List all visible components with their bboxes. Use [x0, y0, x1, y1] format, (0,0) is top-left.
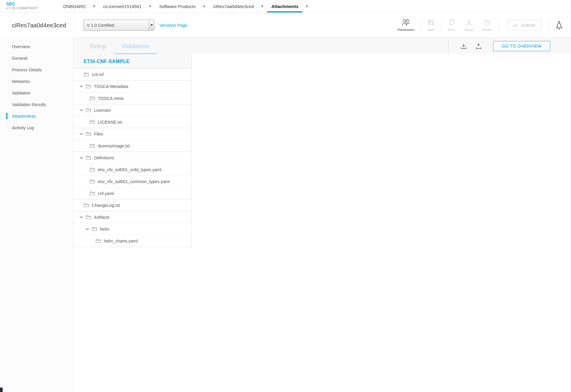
folder-icon — [90, 179, 95, 184]
tree-row-changelog-txt[interactable]: ChangeLog.txt — [73, 199, 192, 211]
save-label: Save — [427, 28, 435, 32]
version-select-value: V 1.0 Certified — [87, 23, 114, 28]
sidebar-item-activity-log[interactable]: Activity Log — [0, 122, 73, 133]
go-to-overview-button[interactable]: GO TO OVERVIEW — [493, 41, 550, 51]
tree-row-dummyimage-txt[interactable]: dummyImage.txt — [73, 140, 192, 152]
preview-empty-area — [192, 54, 571, 392]
page: SDC v.1.16.2-SNAPSHOT ONBOARDciLicense01… — [0, 0, 571, 392]
folder-icon — [86, 108, 91, 112]
save-button[interactable]: Save — [423, 19, 439, 32]
body-row: ETSI-CNF-SAMPLE cnf.mfTOSCA-MetadataTOSC… — [73, 54, 571, 392]
chevron-right-icon — [150, 0, 151, 12]
check-icon — [514, 23, 518, 28]
upload-icon[interactable] — [471, 43, 486, 49]
share-icon — [465, 19, 473, 27]
tree-item-label: etsi_nfv_sol001_vnfd_types.yaml — [98, 167, 161, 172]
tree-row-licenses[interactable]: Licenses — [73, 104, 192, 116]
tree-row-cnf-yaml[interactable]: cnf.yaml — [73, 187, 192, 199]
revert-button[interactable]: Revert — [478, 19, 496, 32]
divider — [549, 19, 549, 32]
tree-item-label: cnf.yaml — [98, 191, 114, 196]
tree-item-label: TOSCA.meta — [98, 96, 123, 101]
toolbar-row: SetupValidation GO TO OVERVIEW — [73, 38, 571, 54]
versions-page-link[interactable]: Versions Page — [159, 23, 187, 28]
breadcrumb-item-attachments[interactable]: Attachments — [267, 0, 302, 12]
page-title: ciRes7aa0d4ee3ced — [0, 13, 73, 38]
sidebar-item-validation[interactable]: Validation — [0, 87, 73, 99]
tree-row-helm-charts-yaml[interactable]: helm_charts.yaml — [73, 235, 192, 247]
chevron-down-icon[interactable] — [85, 228, 89, 230]
tree-row-license-txt[interactable]: LICENSE.txt — [73, 116, 192, 128]
tab-setup[interactable]: Setup — [82, 38, 114, 54]
folder-icon — [86, 132, 91, 136]
sidebar-item-process-details[interactable]: Process Details — [0, 64, 73, 75]
chevron-down-icon[interactable] — [79, 85, 83, 88]
app-version: v.1.16.2-SNAPSHOT — [6, 6, 59, 10]
permissions-label: Permissons — [397, 28, 414, 32]
bottom-left-widget[interactable] — [0, 388, 3, 392]
permissions-button[interactable]: Permissons — [393, 19, 419, 32]
tree-item-label: Definitions — [94, 155, 114, 160]
tabs: SetupValidation — [82, 38, 157, 54]
folder-icon — [90, 191, 95, 196]
tree-item-label: dummyImage.txt — [98, 144, 130, 148]
folder-icon — [90, 167, 95, 172]
tree-row-tosca-meta[interactable]: TOSCA.meta — [73, 92, 192, 104]
sidebar-item-networks[interactable]: Networks — [0, 75, 73, 87]
tree-row-tosca-metadata[interactable]: TOSCA-Metadata — [73, 80, 192, 92]
tree-row-definitions[interactable]: Definitions — [73, 152, 192, 163]
tree-item-label: LICENSE.txt — [98, 120, 122, 125]
tab-validation[interactable]: Validation — [114, 38, 157, 54]
folder-icon — [90, 144, 95, 148]
chevron-down-icon[interactable] — [79, 216, 83, 218]
revert-label: Revert — [482, 28, 492, 32]
tree-row-etsi-nfv-sol001-vnfd-types-yaml[interactable]: etsi_nfv_sol001_vnfd_types.yaml — [73, 163, 192, 175]
chevron-right-icon — [204, 0, 205, 12]
sidebar-item-general[interactable]: General — [0, 52, 73, 64]
version-select[interactable]: V 1.0 Certified — [84, 20, 154, 31]
download-icon[interactable] — [456, 43, 471, 49]
revert-icon — [484, 19, 491, 27]
tree-item-label: Licenses — [94, 108, 111, 113]
folder-icon — [86, 215, 91, 219]
tree-item-label: ChangeLog.txt — [92, 203, 120, 208]
submit-label: Submit — [521, 23, 535, 28]
chevron-down-icon[interactable] — [79, 109, 83, 111]
chevron-down-icon[interactable] — [79, 156, 83, 159]
breadcrumb-item-software-products[interactable]: Software Products — [155, 0, 200, 12]
breadcrumb-item-onboard[interactable]: ONBOARD — [59, 0, 90, 12]
sidebar-item-attachments[interactable]: Attachments — [0, 110, 73, 122]
sidebar-item-validation-results[interactable]: Validation Results — [0, 99, 73, 110]
folder-icon — [86, 155, 91, 160]
divider — [448, 41, 448, 51]
chevron-right-icon — [94, 0, 95, 12]
actions-row: V 1.0 Certified Versions Page Permissons… — [73, 13, 571, 38]
tree-row-cnf-mf[interactable]: cnf.mf — [73, 68, 192, 80]
tree-row-files[interactable]: Files — [73, 128, 192, 140]
submit-button[interactable]: Submit — [507, 20, 542, 30]
chevron-right-icon — [306, 0, 308, 12]
tree-item-label: helm_charts.yaml — [104, 239, 138, 243]
sidebar-item-overview[interactable]: Overview — [0, 41, 73, 52]
main: ciRes7aa0d4ee3ced OverviewGeneralProcess… — [0, 13, 571, 392]
chevron-down-icon[interactable] — [79, 133, 83, 135]
tree-row-helm[interactable]: helm — [73, 223, 192, 235]
action-icons-group: PermissonsSaveSyncShareRevert — [393, 19, 500, 32]
divider — [421, 19, 421, 32]
share-button[interactable]: Share — [460, 19, 478, 32]
app-logo[interactable]: SDC v.1.16.2-SNAPSHOT — [0, 0, 59, 12]
breadcrumb-item-cilicense01514561[interactable]: ciLicense01514561 — [99, 0, 146, 12]
sync-icon — [448, 19, 456, 27]
tree-item-label: cnf.mf — [92, 72, 103, 77]
chevron-right-icon — [262, 0, 263, 12]
breadcrumb-item-cires7aa0d4ee3ced[interactable]: ciRes7aa0d4ee3ced — [209, 0, 258, 12]
tree-item-label: Artifacts — [94, 215, 109, 220]
tree-row-etsi-nfv-sol001-common-types-yaml[interactable]: etsi_nfv_sol001_common_types.yaml — [73, 175, 192, 187]
top-nav: SDC v.1.16.2-SNAPSHOT ONBOARDciLicense01… — [0, 0, 571, 13]
tree-row-artifacts[interactable]: Artifacts — [73, 211, 192, 223]
tree-item-label: helm — [100, 227, 109, 232]
sync-button[interactable]: Sync — [443, 19, 460, 32]
toolbar-right: GO TO OVERVIEW — [448, 41, 571, 51]
app-name: SDC — [6, 2, 59, 6]
notifications-bell-icon[interactable] — [551, 21, 571, 30]
